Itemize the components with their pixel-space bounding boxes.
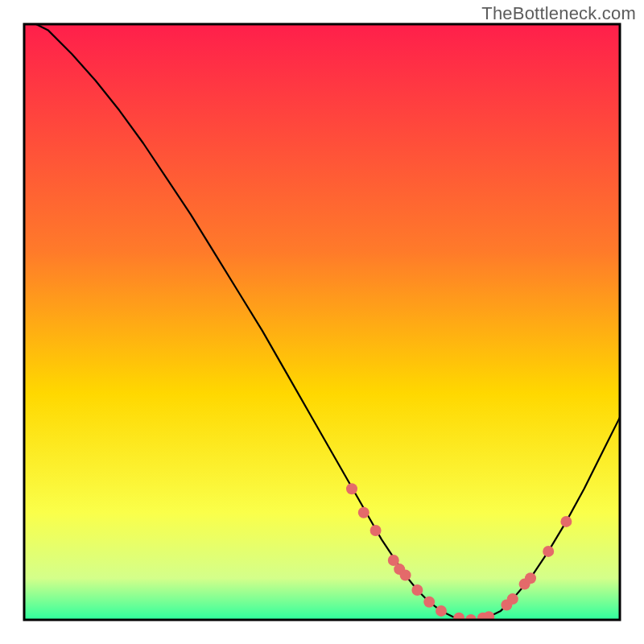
data-marker: [423, 597, 435, 608]
data-marker: [411, 584, 423, 596]
data-marker: [507, 593, 518, 605]
bottleneck-chart: [0, 0, 644, 644]
data-marker: [358, 507, 369, 518]
chart-container: TheBottleneck.com: [0, 0, 644, 644]
data-marker: [525, 572, 536, 584]
data-marker: [370, 525, 382, 536]
data-marker: [543, 546, 554, 557]
plot-area: [24, 24, 620, 625]
watermark-text: TheBottleneck.com: [481, 3, 636, 24]
data-marker: [346, 483, 357, 494]
gradient-background: [24, 24, 620, 620]
data-marker: [400, 570, 411, 581]
data-marker: [560, 516, 572, 527]
data-marker: [436, 605, 447, 617]
